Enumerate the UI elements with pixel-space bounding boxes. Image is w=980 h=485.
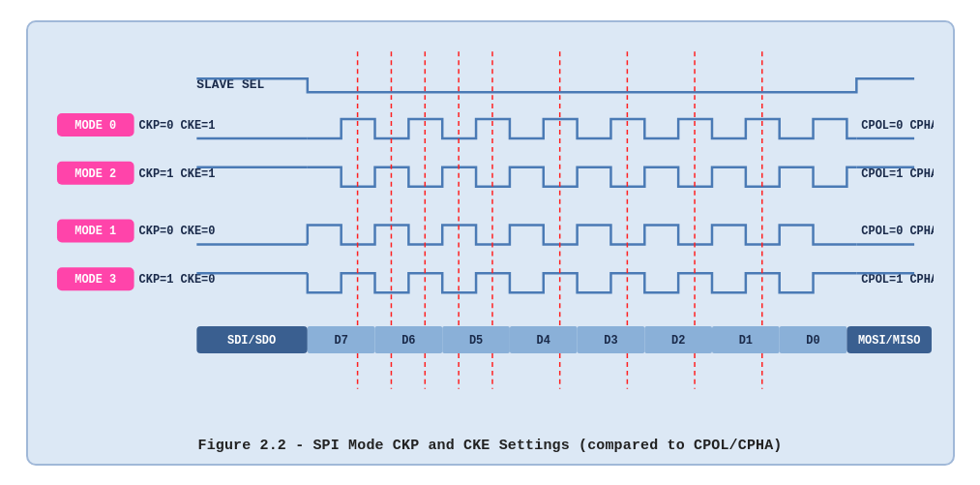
bit-d4: D4 xyxy=(536,334,549,348)
bit-d6: D6 xyxy=(401,334,415,348)
mode2-label: MODE 2 xyxy=(74,167,116,180)
mode3-right: CPOL=1 CPHA=1 xyxy=(861,273,934,287)
mode0-params: CKP=0 CKE=1 xyxy=(138,118,215,132)
bit-d7: D7 xyxy=(334,334,347,348)
mode3-label: MODE 3 xyxy=(74,273,116,287)
sdi-sdo-label: SDI/SDO xyxy=(227,334,276,348)
bit-d1: D1 xyxy=(738,334,752,348)
bit-d3: D3 xyxy=(604,334,617,348)
mode1-label: MODE 1 xyxy=(74,225,116,238)
mode1-params: CKP=0 CKE=0 xyxy=(138,225,215,238)
mode0-right: CPOL=0 CPHA=0 xyxy=(861,118,934,132)
mode0-label: MODE 0 xyxy=(74,118,116,132)
figure-caption: Figure 2.2 - SPI Mode CKP and CKE Settin… xyxy=(198,438,783,454)
mode1-right: CPOL=0 CPHA=1 xyxy=(861,225,934,238)
mode3-params: CKP=1 CKE=0 xyxy=(138,273,215,287)
diagram-container: SLAVE SEL MODE 0 CKP=0 CKE=1 CPOL=0 CPHA… xyxy=(26,20,955,466)
mode2-params: CKP=1 CKE=1 xyxy=(138,167,215,180)
mosi-miso-label: MOSI/MISO xyxy=(857,334,919,348)
bit-d0: D0 xyxy=(806,334,819,348)
bit-d5: D5 xyxy=(468,334,482,348)
bit-d2: D2 xyxy=(670,334,684,348)
mode2-right: CPOL=1 CPHA=0 xyxy=(861,167,934,180)
timing-diagram: SLAVE SEL MODE 0 CKP=0 CKE=1 CPOL=0 CPHA… xyxy=(47,40,934,430)
